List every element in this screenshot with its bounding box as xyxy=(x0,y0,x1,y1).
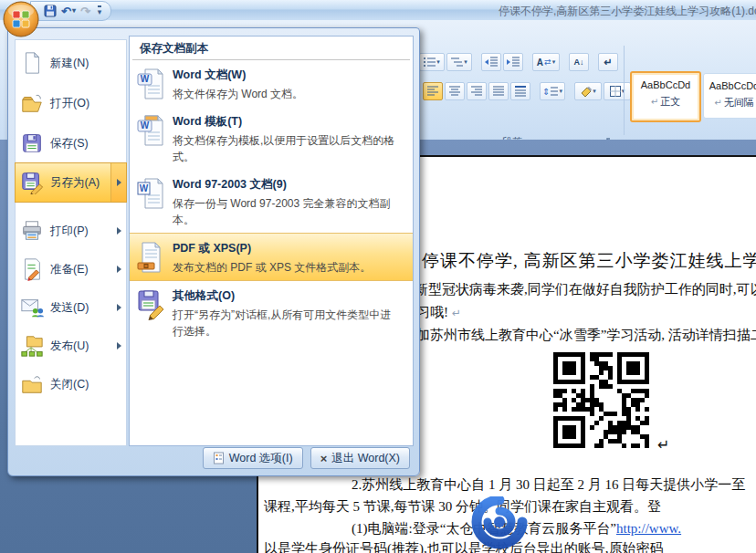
qr-code xyxy=(551,350,653,452)
paragraph-mark-icon: ↵ xyxy=(452,307,461,319)
align-center-icon[interactable] xyxy=(445,82,465,100)
doc-title-line: 停课不停学, 高新区第三小学娄江娃线上学 xyxy=(422,249,756,273)
chevron-right-icon xyxy=(117,227,121,235)
submenu-arrow-band xyxy=(110,163,126,202)
exit-word-button[interactable]: × 退出 Word(X) xyxy=(310,447,410,469)
new-document-icon xyxy=(20,51,44,75)
chevron-right-icon xyxy=(117,179,121,186)
office-button[interactable] xyxy=(3,1,39,37)
numbering-icon[interactable]: ▾ xyxy=(419,53,445,71)
window-title: 停课不停学,高新区第三小学娄江娃线上学习攻略(1).docx - Micr xyxy=(499,4,756,19)
save-as-icon xyxy=(20,171,44,194)
office-menu: 新建(N) 打开(O) 保存(S) 另存为(A) 打印(P) xyxy=(7,27,420,476)
doc-body-line: 习哦! ↵ xyxy=(416,304,461,321)
close-folder-icon xyxy=(20,372,44,396)
menu-item-save[interactable]: 保存(S) xyxy=(16,125,126,162)
style-chip-no-spacing[interactable]: AaBbCcDd ↵无间隔 xyxy=(703,73,756,119)
sort-icon[interactable]: A↓ xyxy=(569,53,589,71)
quick-access-toolbar: ↶▾ ↷ ▾ xyxy=(30,1,111,21)
chevron-right-icon xyxy=(117,304,121,311)
doc-bottom-line: 2.苏州线上教育中心自 1 月 30 日起至 2 月 16 日每天提供小学一至 xyxy=(352,476,745,494)
word-options-button[interactable]: Word 选项(I) xyxy=(203,447,303,469)
align-left-icon[interactable] xyxy=(423,82,443,100)
menu-item-publish[interactable]: 发布(U) xyxy=(16,328,126,364)
pdf-xps-icon xyxy=(137,241,164,274)
other-formats-icon xyxy=(137,288,164,321)
menu-item-send[interactable]: 发送(D) xyxy=(16,289,126,326)
pilcrow-icon: ↵ xyxy=(714,98,721,108)
multilevel-list-icon[interactable]: ▾ xyxy=(446,53,472,71)
customize-qat-icon[interactable]: ▾ xyxy=(98,5,102,16)
submenu-item-word-97-2003[interactable]: W Word 97-2003 文档(9) 保存一份与 Word 97-2003 … xyxy=(130,170,413,233)
menu-item-save-as[interactable]: 另存为(A) xyxy=(16,163,126,202)
submenu-item-other-formats[interactable]: 其他格式(O) 打开“另存为”对话框,从所有可用文件类型中进行选择。 xyxy=(130,281,413,344)
office-menu-left-column: 新建(N) 打开(O) 保存(S) 另存为(A) 打印(P) xyxy=(15,39,127,446)
submenu-item-word-template[interactable]: W Word 模板(T) 将文档保存为模板,以便用于设置以后文档的格式。 xyxy=(130,107,413,170)
line-spacing-icon[interactable]: ⇕ ▾ xyxy=(540,82,565,100)
borders-icon[interactable]: ▾ xyxy=(604,82,631,100)
word-options-icon xyxy=(213,452,225,464)
print-icon xyxy=(20,219,44,243)
title-bar: 停课不停学,高新区第三小学娄江娃线上学习攻略(1).docx - Micr xyxy=(0,0,756,21)
paragraph-row-2: ⇕ ▾ ▾ ▾ xyxy=(423,82,631,100)
hyperlink[interactable]: http://www. xyxy=(616,521,681,536)
word-window: 停课不停学,高新区第三小学娄江娃线上学习攻略(1).docx - Micr ↶▾… xyxy=(0,0,756,553)
paragraph-mark-icon: ↵ xyxy=(657,436,669,454)
office-menu-footer: Word 选项(I) × 退出 Word(X) xyxy=(203,447,410,469)
group-separator xyxy=(624,46,625,135)
submenu-header: 保存文档副本 xyxy=(132,38,410,60)
show-marks-icon[interactable]: ↵ xyxy=(598,53,618,71)
publish-icon xyxy=(20,334,44,358)
menu-item-prepare[interactable]: 准备(E) xyxy=(16,251,126,287)
doc-body-line: 加苏州市线上教育中心“冰雪季”学习活动, 活动详情扫描二 xyxy=(416,327,756,344)
word-97-2003-icon: W xyxy=(137,177,164,210)
word-document-icon: W xyxy=(137,68,164,100)
redo-icon[interactable]: ↷ xyxy=(80,5,90,17)
doc-bottom-line: 课程,平均每天 5 节课,每节课 30 分钟。同学们课在家自主观看。登 xyxy=(264,498,661,516)
submenu-item-pdf-xps[interactable]: PDF 或 XPS(P) 发布文档的 PDF 或 XPS 文件格式副本。 xyxy=(130,233,413,281)
svg-text:W: W xyxy=(141,120,150,130)
save-icon[interactable] xyxy=(44,5,57,17)
doc-body-line: 新型冠状病毒来袭,同学们在做好自我防护工作的同时,可以 xyxy=(415,281,756,298)
doc-bottom-line: 以是学生身份证号码(推荐),也可以是学校后台导出的账号,原始密码 xyxy=(264,540,664,553)
swirl-logo xyxy=(465,496,534,551)
word-template-icon: W xyxy=(137,114,164,147)
justify-icon[interactable] xyxy=(488,82,509,100)
svg-text:W: W xyxy=(141,74,150,84)
increase-indent-icon[interactable] xyxy=(503,53,523,71)
style-chip-normal[interactable]: AaBbCcDd ↵正文 xyxy=(630,71,701,122)
menu-item-close[interactable]: 关闭(C) xyxy=(16,366,126,402)
asian-layout-icon[interactable]: A⇄▾ xyxy=(532,53,560,71)
prepare-icon xyxy=(20,257,44,281)
close-icon: × xyxy=(320,452,328,465)
save-icon xyxy=(20,131,44,155)
undo-icon[interactable]: ↶▾ xyxy=(61,5,76,17)
shading-icon[interactable]: ▾ xyxy=(574,82,602,100)
pilcrow-icon: ↵ xyxy=(651,97,658,107)
distribute-icon[interactable] xyxy=(510,82,530,100)
menu-item-new[interactable]: 新建(N) xyxy=(16,45,126,81)
menu-item-open[interactable]: 打开(O) xyxy=(16,85,126,121)
align-right-icon[interactable] xyxy=(467,82,487,100)
chevron-right-icon xyxy=(117,342,121,350)
decrease-indent-icon[interactable] xyxy=(481,53,501,71)
open-folder-icon xyxy=(20,91,44,115)
send-icon xyxy=(20,296,44,319)
chevron-right-icon xyxy=(117,266,121,273)
menu-item-print[interactable]: 打印(P) xyxy=(16,213,126,249)
svg-text:W: W xyxy=(140,183,149,193)
submenu-item-word-document[interactable]: W Word 文档(W) 将文件保存为 Word 文档。 xyxy=(130,60,413,107)
paragraph-row-1: ▾ ▾ A⇄▾ A↓ ↵ xyxy=(419,53,618,71)
save-as-submenu: 保存文档副本 W Word 文档(W) 将文件保存为 Word 文档。 W Wo… xyxy=(129,36,414,446)
